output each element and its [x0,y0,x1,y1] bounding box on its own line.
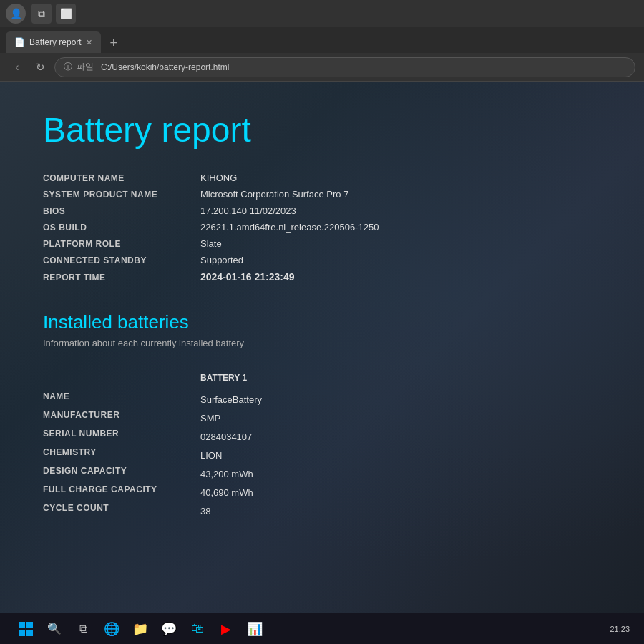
system-info-label: BIOS [43,206,200,216]
battery-table: NAMEMANUFACTURERSERIAL NUMBERCHEMISTRYDE… [43,369,601,520]
battery-value: 43,200 mWh [200,469,253,479]
system-info-value: Microsoft Corporation Surface Pro 7 [200,189,348,200]
edge-icon: 🌐 [104,621,119,637]
system-info-row: CONNECTED STANDBYSupported [43,255,601,265]
tab-close-button[interactable]: ✕ [86,38,92,47]
system-info-row: REPORT TIME2024-01-16 21:23:49 [43,271,601,283]
system-info-label: SYSTEM PRODUCT NAME [43,190,200,200]
battery-label-row: DESIGN CAPACITY [43,462,200,480]
system-info-value: Slate [200,238,222,249]
battery-label: MANUFACTURER [43,410,119,420]
excel-icon: 📊 [247,621,263,637]
battery-label-row: FULL CHARGE CAPACITY [43,480,200,499]
system-info-row: SYSTEM PRODUCT NAMEMicrosoft Corporation… [43,189,601,200]
battery-label-row: MANUFACTURER [43,406,200,424]
task-view-icon: ⧉ [79,623,87,635]
browser-tab[interactable]: 📄 Battery report ✕ [6,31,101,53]
system-info-label: REPORT TIME [43,273,200,283]
battery-label-row: SERIAL NUMBER [43,424,200,443]
battery-value: 40,690 mWh [200,487,253,498]
search-icon: 🔍 [47,622,62,635]
battery-label: DESIGN CAPACITY [43,466,127,476]
page-title: Battery report [43,110,601,150]
browser-content: Battery report COMPUTER NAMEKIHONGSYSTEM… [0,82,644,613]
battery-value: LION [200,450,222,461]
address-input[interactable]: ⓘ 파일 C:/Users/kokih/battery-report.html [54,57,635,77]
back-button[interactable]: ‹ [9,59,26,76]
system-info-label: PLATFORM ROLE [43,239,200,249]
system-info-value: KIHONG [200,172,237,183]
battery-value: 38 [200,506,210,517]
system-info-row: PLATFORM ROLESlate [43,238,601,249]
window-controls: ⧉ ⬜ [31,4,76,24]
address-url: C:/Users/kokih/battery-report.html [101,62,229,72]
system-info-label: COMPUTER NAME [43,173,200,183]
battery-value: 0284034107 [200,431,252,442]
title-bar: 👤 ⧉ ⬜ [0,0,644,27]
battery-value-column: BATTERY 1 SurfaceBatterySMP0284034107LIO… [200,369,601,520]
battery-label: CHEMISTRY [43,447,97,457]
teams-button[interactable]: 💬 [157,618,180,640]
battery-label: NAME [43,391,69,401]
battery-value-row: 0284034107 [200,427,601,446]
search-taskbar-button[interactable]: 🔍 [43,618,66,640]
battery-value-row: SMP [200,409,601,427]
youtube-button[interactable]: ▶ [215,618,238,640]
system-info-value: Supported [200,255,243,265]
new-tab-button[interactable]: + [104,33,124,53]
battery-label-row: CHEMISTRY [43,443,200,462]
folder-icon: 📁 [132,621,148,637]
battery-value-row: 43,200 mWh [200,464,601,483]
address-prefix: 파일 [77,61,94,73]
battery-value: SMP [200,413,220,424]
battery-column-header: BATTERY 1 [200,369,601,387]
section-description: Information about each currently install… [43,338,601,348]
store-button[interactable]: 🛍 [186,618,209,640]
system-info-row: COMPUTER NAMEKIHONG [43,172,601,183]
battery-value-row: LION [200,446,601,464]
tab-page-icon: 📄 [14,37,25,47]
youtube-icon: ▶ [221,621,231,637]
user-avatar[interactable]: 👤 [6,4,26,24]
tab-switcher-icon[interactable]: ⧉ [31,4,52,24]
installed-batteries-section: Installed batteries Information about ea… [43,311,601,520]
system-info-value: 22621.1.amd64fre.ni_release.220506-1250 [200,222,379,233]
tab-title: Battery report [29,37,82,47]
tab-bar: 📄 Battery report ✕ + [0,27,644,53]
teams-icon: 💬 [161,621,177,637]
system-info-label: CONNECTED STANDBY [43,255,200,265]
file-explorer-button[interactable]: 📁 [129,618,152,640]
refresh-button[interactable]: ↻ [31,59,49,76]
section-title: Installed batteries [43,311,601,333]
address-bar: ‹ ↻ ⓘ 파일 C:/Users/kokih/battery-report.h… [0,53,644,82]
battery-label-row: NAME [43,387,200,406]
start-button[interactable] [14,618,37,640]
taskbar-tray: 21:23 [610,625,630,633]
os-window: 👤 ⧉ ⬜ 📄 Battery report ✕ + ‹ ↻ ⓘ 파일 C:/U… [0,0,644,644]
store-icon: 🛍 [191,621,204,636]
excel-button[interactable]: 📊 [243,618,266,640]
system-info-value: 2024-01-16 21:23:49 [200,271,295,283]
taskbar: 🔍 ⧉ 🌐 📁 💬 🛍 ▶ 📊 21:23 [0,613,644,644]
battery-label: FULL CHARGE CAPACITY [43,484,157,494]
battery-value: SurfaceBattery [200,394,262,405]
system-info-value: 17.200.140 11/02/2023 [200,205,296,216]
system-info-row: OS BUILD22621.1.amd64fre.ni_release.2205… [43,222,601,233]
window-restore-icon[interactable]: ⬜ [56,4,76,24]
edge-button[interactable]: 🌐 [100,618,123,640]
battery-value-row: 40,690 mWh [200,483,601,502]
system-info-table: COMPUTER NAMEKIHONGSYSTEM PRODUCT NAMEMi… [43,172,601,283]
battery-value-row: 38 [200,502,601,520]
lock-icon: ⓘ [64,61,72,73]
battery-label-column: NAMEMANUFACTURERSERIAL NUMBERCHEMISTRYDE… [43,369,200,520]
task-view-button[interactable]: ⧉ [72,618,94,640]
page-content: Battery report COMPUTER NAMEKIHONGSYSTEM… [43,110,601,520]
clock: 21:23 [610,625,630,633]
battery-value-row: SurfaceBattery [200,390,601,409]
system-info-label: OS BUILD [43,223,200,233]
battery-label: SERIAL NUMBER [43,429,119,439]
battery-label-row: CYCLE COUNT [43,499,200,517]
battery-label: CYCLE COUNT [43,503,109,513]
system-info-row: BIOS17.200.140 11/02/2023 [43,205,601,216]
